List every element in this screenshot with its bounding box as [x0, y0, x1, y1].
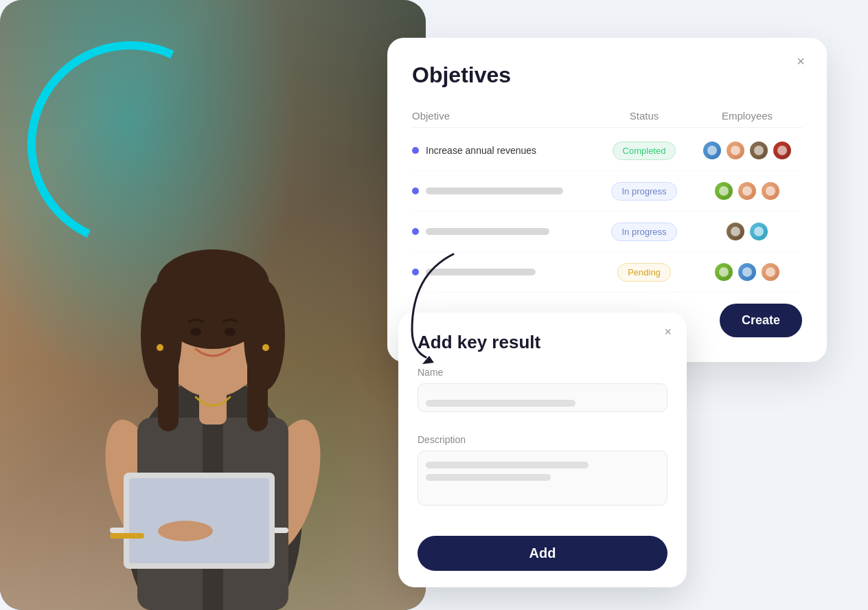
svg-rect-21: [110, 533, 144, 539]
objective-placeholder-line: [426, 188, 563, 194]
status-cell-1: Completed: [596, 142, 692, 160]
status-badge-inprogress-2: In progress: [611, 223, 676, 241]
table-row: In progress: [412, 171, 802, 212]
avatar: [725, 221, 746, 242]
description-textarea-wrapper: [418, 451, 667, 522]
svg-point-14: [225, 328, 236, 336]
avatar: [772, 140, 792, 161]
avatar: [749, 140, 769, 161]
employees-cell-4: [692, 262, 802, 282]
arrow-connector: [385, 247, 494, 371]
person-figure: [69, 88, 357, 610]
table-row: In progress: [412, 212, 802, 252]
avatar: [702, 140, 722, 161]
avatar: [760, 262, 781, 282]
description-textarea[interactable]: [418, 451, 667, 506]
objectives-close-button[interactable]: ×: [791, 52, 810, 71]
name-input-wrapper: [418, 383, 667, 423]
objective-dot-3: [412, 228, 419, 235]
objective-name-3: [412, 228, 596, 235]
objectives-card-title: Objetives: [412, 63, 802, 88]
avatar: [749, 221, 769, 242]
svg-point-18: [158, 521, 213, 541]
employees-cell-1: [692, 140, 802, 161]
avatar: [725, 140, 746, 161]
employees-cell-3: [692, 221, 802, 242]
header-employees: Employees: [692, 110, 802, 122]
svg-rect-11: [158, 349, 179, 431]
objective-dot-1: [412, 147, 419, 154]
employees-cell-2: [692, 181, 802, 201]
key-result-close-button[interactable]: ×: [664, 325, 672, 339]
status-cell-4: Pending: [596, 263, 692, 282]
avatar: [713, 262, 734, 282]
avatar: [737, 181, 757, 201]
objective-name-1: Increase annual revenues: [412, 145, 596, 156]
description-label: Description: [418, 434, 667, 445]
status-badge-completed: Completed: [613, 142, 676, 160]
objective-name-2: [412, 188, 596, 194]
svg-rect-17: [129, 478, 269, 563]
avatar: [760, 181, 781, 201]
svg-point-20: [262, 344, 269, 351]
header-objective: Objetive: [412, 110, 596, 122]
background-photo: [0, 0, 426, 610]
objectives-table-header: Objetive Status Employees: [412, 104, 802, 128]
svg-rect-12: [247, 349, 268, 431]
status-cell-3: In progress: [596, 223, 692, 241]
svg-point-13: [190, 328, 201, 336]
avatar: [713, 181, 734, 201]
status-badge-inprogress: In progress: [611, 182, 676, 201]
add-button[interactable]: Add: [418, 536, 667, 571]
avatar: [737, 262, 757, 282]
status-badge-pending: Pending: [617, 263, 671, 282]
objective-dot-2: [412, 188, 419, 194]
svg-point-19: [157, 344, 163, 351]
name-input[interactable]: [418, 383, 667, 412]
create-button[interactable]: Create: [720, 304, 802, 337]
header-status: Status: [596, 110, 692, 122]
status-cell-2: In progress: [596, 182, 692, 201]
table-row: Increase annual revenues Completed: [412, 131, 802, 171]
objective-placeholder-line: [426, 228, 549, 235]
